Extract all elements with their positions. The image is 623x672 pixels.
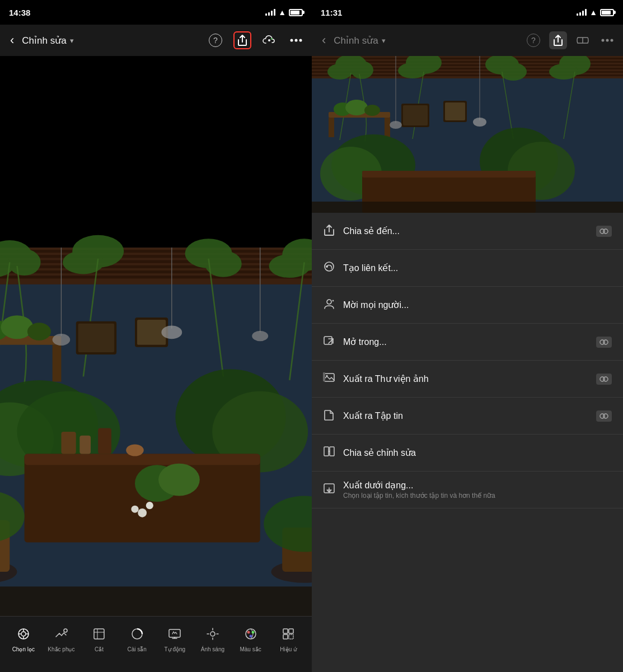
xuat-duoi-dang-label: Xuất dưới dạng... (343, 480, 612, 491)
right-help-icon: ? (527, 34, 540, 47)
right-back-button[interactable]: ‹ (318, 31, 329, 50)
xuat-ra-thu-vien-content: Xuất ra Thư viện ảnh (343, 374, 596, 384)
right-more-button[interactable] (598, 31, 616, 49)
left-title-area[interactable]: Chỉnh sửa ▾ (22, 35, 202, 46)
right-dropdown-arrow: ▾ (382, 36, 386, 45)
svg-point-91 (611, 39, 613, 42)
cloud-button[interactable]: ● (260, 31, 278, 49)
svg-point-143 (603, 377, 608, 381)
share-icon (237, 34, 248, 46)
xuat-duoi-dang-sublabel: Chọn loại tập tin, kích thước tập tin và… (343, 492, 612, 500)
svg-point-44 (126, 444, 144, 456)
right-mask-button[interactable] (574, 31, 592, 49)
right-panel: 11:31 ▲ ‹ Chỉnh sửa ▾ ? (312, 0, 623, 672)
right-share-button[interactable] (549, 31, 567, 49)
right-wifi-icon: ▲ (589, 8, 597, 17)
svg-rect-11 (0, 265, 312, 268)
right-status-bar: 11:31 ▲ (312, 0, 623, 25)
cai-san-label: Cài sẵn (128, 646, 147, 652)
right-toolbar: ‹ Chỉnh sửa ▾ ? (312, 25, 623, 56)
svg-rect-9 (0, 255, 312, 258)
left-toolbar-icons: ? ● (207, 31, 305, 49)
tool-hieu-u[interactable]: Hiệu ứ (274, 627, 303, 652)
svg-rect-40 (25, 454, 260, 465)
svg-point-106 (500, 63, 527, 81)
share-button[interactable] (233, 31, 251, 49)
menu-item-chia-se-den[interactable]: Chia sẻ đến... (312, 213, 623, 250)
help-button[interactable]: ? (207, 31, 224, 49)
svg-rect-146 (324, 447, 329, 456)
svg-point-17 (8, 249, 41, 276)
menu-item-xuat-ra-thu-vien[interactable]: Xuất ra Thư viện ảnh (312, 361, 623, 398)
svg-point-134 (327, 300, 331, 304)
moi-moi-nguoi-content: Mời mọi người... (343, 300, 612, 310)
right-title-area[interactable]: Chỉnh sửa ▾ (334, 35, 520, 46)
chia-se-chinh-sua-label: Chia sẻ chỉnh sửa (343, 447, 612, 458)
tao-lien-ket-icon (323, 260, 343, 276)
tu-dong-icon (168, 627, 181, 644)
mo-trong-content: Mở trong... (343, 337, 596, 347)
cai-san-icon (130, 627, 144, 644)
menu-item-xuat-duoi-dang[interactable]: Xuất dưới dạng... Chọn loại tập tin, kíc… (312, 472, 623, 508)
dropdown-menu: Chia sẻ đến... Tạo liên kết... (312, 213, 623, 672)
menu-item-mo-trong[interactable]: Mở trong... (312, 324, 623, 361)
svg-rect-12 (0, 270, 312, 273)
svg-rect-62 (0, 586, 312, 616)
left-toolbar: ‹ Chỉnh sửa ▾ ? ● (0, 25, 312, 56)
svg-point-114 (364, 105, 380, 116)
right-cafe-image (312, 56, 623, 213)
right-share-icon (552, 34, 564, 46)
svg-point-2 (291, 39, 293, 42)
svg-point-129 (473, 118, 486, 127)
svg-rect-8 (0, 250, 312, 253)
left-panel: 14:38 ▲ ‹ Chỉnh sửa ▾ ? (0, 0, 312, 672)
svg-rect-111 (385, 118, 390, 137)
tool-khac-phuc[interactable]: Khắc phục (46, 627, 76, 652)
tool-chon-loc[interactable]: Chọn lọc (9, 627, 38, 652)
left-status-icons: ▲ (265, 8, 303, 17)
back-button[interactable]: ‹ (7, 31, 17, 50)
right-time: 11:31 (321, 8, 342, 17)
svg-point-60 (146, 502, 153, 509)
menu-item-chia-se-chinh-sua[interactable]: Chia sẻ chỉnh sửa (312, 435, 623, 472)
svg-rect-41 (61, 432, 76, 454)
svg-point-28 (1, 315, 34, 339)
svg-point-59 (138, 508, 147, 517)
svg-point-58 (252, 331, 268, 341)
cafe-image (0, 56, 312, 616)
menu-item-xuat-ra-tap-tin[interactable]: Xuất ra Tập tin (312, 398, 623, 435)
xuat-ra-tap-tin-badge (596, 410, 612, 422)
tool-cat[interactable]: Cắt (85, 627, 114, 652)
right-signal-icon (577, 9, 587, 16)
menu-item-tao-lien-ket[interactable]: Tạo liên kết... (312, 250, 623, 287)
svg-point-3 (295, 39, 298, 42)
xuat-ra-thu-vien-badge (596, 374, 612, 385)
cat-label: Cắt (95, 646, 104, 652)
svg-rect-86 (283, 634, 288, 639)
tool-mau-sac[interactable]: Màu sắc (236, 627, 265, 652)
chia-se-chinh-sua-content: Chia sẻ chỉnh sửa (343, 447, 612, 458)
right-help-button[interactable]: ? (524, 31, 542, 49)
svg-rect-6 (0, 56, 312, 248)
chia-se-chinh-sua-icon (323, 445, 343, 460)
more-button[interactable] (287, 31, 305, 49)
svg-rect-87 (289, 634, 293, 639)
more-icon (290, 39, 302, 42)
tool-cai-san[interactable]: Cài sẵn (123, 627, 152, 652)
tao-lien-ket-content: Tạo liên kết... (343, 263, 612, 273)
svg-rect-84 (283, 629, 288, 633)
cloud-icon: ● (263, 35, 276, 45)
svg-rect-10 (0, 260, 312, 263)
svg-point-61 (131, 506, 138, 513)
tool-tu-dong[interactable]: Tự động (160, 627, 189, 652)
mo-trong-badge (596, 337, 612, 348)
right-title: Chỉnh sửa (334, 35, 378, 46)
svg-point-145 (603, 414, 608, 418)
tao-lien-ket-label: Tạo liên kết... (343, 263, 612, 273)
svg-rect-85 (289, 629, 293, 633)
menu-item-moi-moi-nguoi[interactable]: Mời mọi người... (312, 287, 623, 324)
tool-anh-sang[interactable]: Ánh sáng (198, 627, 227, 652)
left-status-bar: 14:38 ▲ (0, 0, 312, 25)
svg-point-4 (299, 39, 302, 42)
chia-se-den-label: Chia sẻ đến... (343, 226, 596, 236)
